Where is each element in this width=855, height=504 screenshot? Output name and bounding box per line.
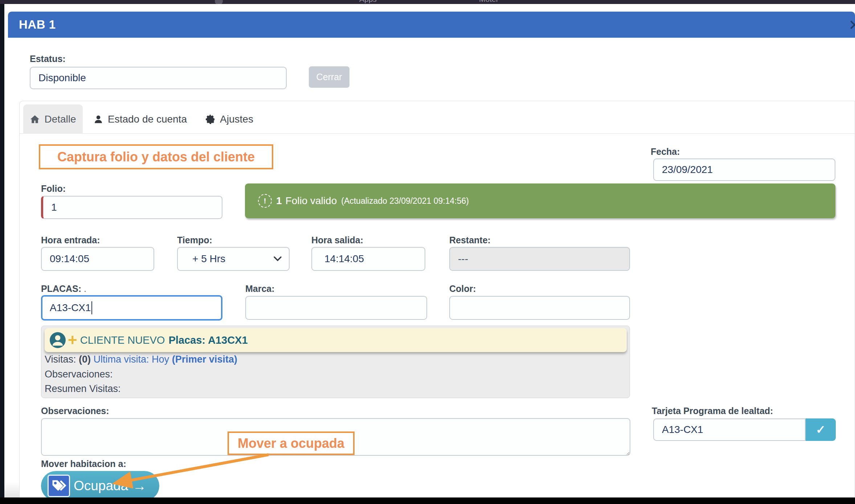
marca-label: Marca: <box>245 284 275 294</box>
capture-annotation: Captura folio y datos del cliente <box>39 144 273 169</box>
hora-salida-label: Hora salida: <box>311 235 363 245</box>
tiempo-selected-value: + 5 Hrs <box>192 253 225 265</box>
tab-detalle-label: Detalle <box>44 113 76 125</box>
marca-input[interactable] <box>245 296 427 320</box>
modal-header: HAB 1 ✕ <box>8 12 855 38</box>
client-new-suggestion[interactable]: + CLIENTE NUEVO Placas: A13CX1 <box>45 328 627 352</box>
tiempo-label: Tiempo: <box>177 235 212 245</box>
visitas-label: Visitas: <box>45 354 76 365</box>
hora-entrada-label: Hora entrada: <box>41 235 100 245</box>
modal-title: HAB 1 <box>19 12 56 38</box>
plus-icon: + <box>68 331 77 349</box>
hora-entrada-input[interactable] <box>41 247 154 271</box>
color-label: Color: <box>449 284 476 294</box>
check-icon: ✓ <box>816 423 826 436</box>
restante-input <box>449 247 630 271</box>
estatus-input[interactable] <box>30 67 287 89</box>
client-placas-text: Placas: A13CX1 <box>168 334 248 346</box>
screen: Apps Motel HAB 1 ✕ Estatus: Cerrar Detal… <box>0 0 855 504</box>
ocupada-button[interactable]: Ocupada → <box>41 471 159 501</box>
color-input[interactable] <box>449 296 630 320</box>
close-icon[interactable]: ✕ <box>848 17 855 33</box>
text-caret <box>91 301 92 314</box>
person-circle-icon <box>49 331 66 349</box>
fecha-label: Fecha: <box>651 146 680 157</box>
home-icon <box>30 114 40 124</box>
bookmark-motel[interactable]: Motel <box>479 0 498 4</box>
banner-detail: (Actualizado 23/09/2021 09:14:56) <box>341 196 469 206</box>
tab-estado-de-cuenta[interactable]: Estado de cuenta <box>90 104 190 134</box>
primer-visita: (Primer visita) <box>172 354 237 365</box>
loyalty-label: Tarjeta Programa de lealtad: <box>652 406 773 416</box>
observaciones-label: Observaciones: <box>41 406 109 416</box>
tab-estado-label: Estado de cuenta <box>108 113 187 125</box>
banner-message: Folio valido <box>286 195 337 207</box>
browser-bookmarks-bar: Apps Motel <box>0 0 855 4</box>
placas-input[interactable]: A13-CX1 <box>41 295 222 321</box>
loyalty-input[interactable] <box>653 418 806 441</box>
tags-icon <box>48 475 70 497</box>
placas-label: PLACAS: . <box>41 284 86 294</box>
ultima-visita: Ultima visita: Hoy <box>94 354 169 365</box>
tab-ajustes-label: Ajustes <box>220 113 253 125</box>
modal-backdrop-left <box>0 4 4 504</box>
person-icon <box>93 114 103 124</box>
folio-label: Folio: <box>41 183 66 194</box>
ocupada-button-label: Ocupada <box>74 478 128 493</box>
client-new-text: CLIENTE NUEVO <box>80 334 165 346</box>
right-arrow-icon: → <box>132 478 146 494</box>
mover-habitacion-label: Mover habitacion a: <box>41 459 126 469</box>
client-observaciones-line: Observaciones: <box>45 369 113 380</box>
tab-ajustes[interactable]: Ajustes <box>199 104 260 134</box>
cerrar-button[interactable]: Cerrar <box>309 66 349 88</box>
chevron-down-icon <box>274 256 282 261</box>
fecha-input[interactable] <box>653 158 835 181</box>
gear-icon <box>205 114 216 124</box>
hora-salida-input[interactable] <box>311 247 425 271</box>
visitas-count: (0) <box>79 354 91 365</box>
info-icon: ! <box>258 194 272 208</box>
banner-count: 1 <box>276 195 282 207</box>
tiempo-select[interactable]: + 5 Hrs <box>177 247 290 271</box>
tab-detalle[interactable]: Detalle <box>23 104 83 134</box>
bookmark-apps[interactable]: Apps <box>359 0 377 4</box>
restante-label: Restante: <box>449 235 491 245</box>
folio-input[interactable] <box>41 196 222 219</box>
move-annotation: Mover a ocupada <box>228 431 355 455</box>
loyalty-confirm-button[interactable]: ✓ <box>806 418 836 441</box>
browser-extension-icon[interactable] <box>215 0 223 4</box>
placas-value: A13-CX1 <box>50 302 91 314</box>
bottom-edge-bar <box>0 497 855 504</box>
client-visits-line: Visitas: (0) Ultima visita: Hoy (Primer … <box>45 354 237 365</box>
folio-valid-banner: ! 1 Folio valido (Actualizado 23/09/2021… <box>245 183 835 218</box>
estatus-label: Estatus: <box>30 54 66 64</box>
placas-label-text: PLACAS: <box>41 284 81 294</box>
client-resumen-line: Resumen Visitas: <box>45 383 121 394</box>
placas-label-suffix: . <box>84 284 86 294</box>
